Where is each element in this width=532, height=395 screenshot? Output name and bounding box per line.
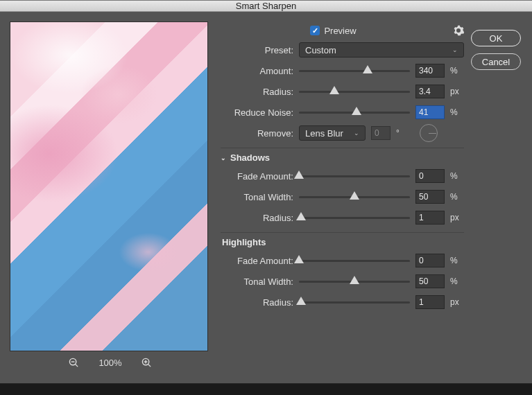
shadows-fade-slider[interactable] xyxy=(299,170,410,182)
preview-checkbox[interactable] xyxy=(310,26,320,35)
preview-image[interactable] xyxy=(10,21,208,351)
radius-label: Radius: xyxy=(221,87,293,97)
reduce-noise-label: Reduce Noise: xyxy=(221,107,293,118)
highlights-radius-label: Radius: xyxy=(221,297,293,308)
angle-input: 0 xyxy=(371,126,391,140)
shadows-fade-unit: % xyxy=(450,171,464,181)
amount-unit: % xyxy=(450,66,464,76)
highlights-fade-label: Fade Amount: xyxy=(221,256,293,266)
remove-label: Remove: xyxy=(221,128,293,139)
shadows-radius-unit: px xyxy=(450,213,464,222)
highlights-tonal-slider[interactable] xyxy=(299,275,410,288)
shadows-section-toggle[interactable]: ⌄ Shadows xyxy=(221,150,464,166)
remove-select[interactable]: Lens Blur ⌄ xyxy=(299,125,366,141)
shadows-tonal-unit: % xyxy=(450,192,464,202)
angle-dial[interactable] xyxy=(420,124,438,142)
highlights-fade-input[interactable]: 0 xyxy=(415,254,445,267)
shadows-radius-label: Radius: xyxy=(221,213,293,223)
highlights-radius-unit: px xyxy=(450,297,464,307)
zoom-in-icon[interactable] xyxy=(141,357,153,368)
shadows-fade-label: Fade Amount: xyxy=(221,171,293,182)
highlights-title-row: Highlights xyxy=(221,234,464,250)
preview-label: Preview xyxy=(324,26,356,36)
highlights-fade-unit: % xyxy=(450,256,464,265)
amount-label: Amount: xyxy=(221,66,293,76)
radius-input[interactable]: 3.4 xyxy=(415,85,445,98)
reduce-noise-slider[interactable] xyxy=(299,106,410,119)
highlights-radius-slider[interactable] xyxy=(299,296,410,308)
radius-unit: px xyxy=(450,87,464,96)
zoom-level: 100% xyxy=(98,358,121,368)
highlights-radius-input[interactable]: 1 xyxy=(415,295,445,309)
gear-icon[interactable] xyxy=(453,25,464,36)
preset-value: Custom xyxy=(305,45,336,55)
window-title: Smart Sharpen xyxy=(236,1,296,11)
shadows-title: Shadows xyxy=(230,152,270,163)
smart-sharpen-dialog: Smart Sharpen 100% xyxy=(0,0,532,384)
cancel-button[interactable]: Cancel xyxy=(471,53,521,70)
amount-input[interactable]: 340 xyxy=(415,64,445,78)
preset-select[interactable]: Custom ⌄ xyxy=(299,42,464,58)
chevron-down-icon: ⌄ xyxy=(354,130,359,137)
highlights-tonal-unit: % xyxy=(450,276,464,286)
angle-unit: ° xyxy=(396,128,410,138)
reduce-noise-unit: % xyxy=(450,107,464,117)
titlebar: Smart Sharpen xyxy=(0,1,532,12)
highlights-tonal-label: Tonal Width: xyxy=(221,276,293,287)
shadows-radius-slider[interactable] xyxy=(299,211,410,224)
remove-value: Lens Blur xyxy=(305,128,343,139)
svg-line-1 xyxy=(75,364,78,367)
shadows-tonal-label: Tonal Width: xyxy=(221,192,293,202)
disclosure-down-icon: ⌄ xyxy=(221,155,226,161)
shadows-tonal-slider[interactable] xyxy=(299,191,410,203)
svg-line-4 xyxy=(148,364,151,367)
highlights-fade-slider[interactable] xyxy=(299,254,410,267)
amount-slider[interactable] xyxy=(299,64,410,77)
ok-button[interactable]: OK xyxy=(471,30,521,46)
radius-slider[interactable] xyxy=(299,85,410,98)
zoom-out-icon[interactable] xyxy=(68,357,79,368)
shadows-fade-input[interactable]: 0 xyxy=(415,169,445,183)
highlights-tonal-input[interactable]: 50 xyxy=(415,274,445,288)
reduce-noise-input[interactable]: 41 xyxy=(415,105,445,119)
highlights-title: Highlights xyxy=(221,237,266,247)
shadows-radius-input[interactable]: 1 xyxy=(415,211,445,225)
chevron-down-icon: ⌄ xyxy=(452,46,458,53)
shadows-tonal-input[interactable]: 50 xyxy=(415,190,445,204)
preset-label: Preset: xyxy=(221,45,293,55)
